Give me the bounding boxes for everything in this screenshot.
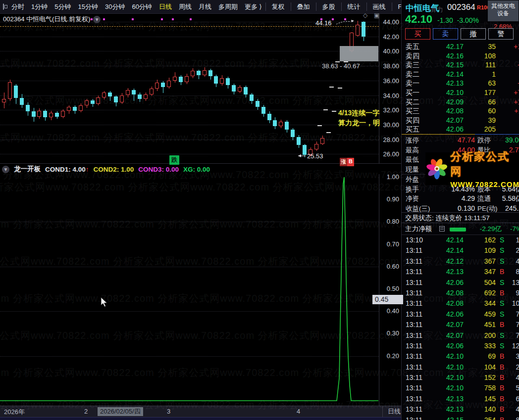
main-chart-pane[interactable]: 44.16 38.63 - 40.67 4/13连续一字 算力龙一，明 25.5… <box>0 13 379 163</box>
candle <box>185 76 189 82</box>
logo-url: WWW.70822.COM <box>450 180 519 188</box>
tick-price: 42.06 <box>429 341 464 351</box>
order-book-row[interactable]: 卖一42.1363+2 <box>402 79 519 88</box>
order-book-row[interactable]: 买三42.0860+11 <box>402 106 519 116</box>
tick-row[interactable]: 13:1142.06333S129 <box>402 341 519 351</box>
order-book-row[interactable]: 卖三42.15111+1 <box>402 60 519 70</box>
menu-item-5分钟[interactable]: 5分钟 <box>51 2 74 11</box>
tick-count: 129 <box>512 341 519 351</box>
menu-item-画线[interactable]: 画线 <box>366 2 392 11</box>
tick-price: 42.13 <box>429 394 464 404</box>
tick-volume: 254 <box>468 415 496 420</box>
period-label[interactable]: 日线 <box>382 406 401 417</box>
tick-row[interactable]: 13:1142.07451B73 <box>402 320 519 330</box>
trade-button-撤[interactable]: 撤 <box>461 28 486 40</box>
panel-toggle-icon[interactable]: ▣ <box>374 12 379 19</box>
gap-range-box <box>340 46 378 61</box>
axis-label: 32.00 <box>383 106 399 114</box>
candle <box>55 113 59 116</box>
tick-volume: 451 <box>468 320 496 330</box>
menu-item-多周期[interactable]: 多周期 <box>215 2 241 11</box>
menu-item-日线[interactable]: 日线 <box>156 2 175 11</box>
menu-item-多股[interactable]: 多股 <box>316 2 341 11</box>
tick-volume: 758 <box>468 383 496 393</box>
indicator-pane[interactable]: 2.com 分析家公式网www.70822.com 分析家公式网www.7082… <box>0 174 379 406</box>
tick-row[interactable]: 13:1142.14109S24 <box>402 245 519 256</box>
menu-item-复权[interactable]: 复权 <box>265 2 291 11</box>
menu-item-60分钟[interactable]: 60分钟 <box>128 2 155 11</box>
candle <box>356 25 360 36</box>
trade-button-警[interactable]: 警 <box>488 28 514 40</box>
order-book-row[interactable]: 买五42.06205 <box>402 125 519 134</box>
candle <box>362 22 365 37</box>
order-book-row[interactable]: 买四42.0739 <box>402 116 519 125</box>
menu-item-月线[interactable]: 月线 <box>195 2 215 11</box>
tick-count: 43 <box>516 373 519 383</box>
tick-row[interactable]: 13:1142.12367S47 <box>402 256 519 267</box>
signal-dot <box>190 18 192 20</box>
ob-label: 卖二 <box>406 70 419 79</box>
menu-item-更多 ⟩[interactable]: 更多 ⟩ <box>241 2 265 11</box>
menu-item-周线[interactable]: 周线 <box>175 2 195 11</box>
scroll-strip[interactable] <box>0 417 401 420</box>
order-book-row[interactable]: 卖二42.141 <box>402 70 519 79</box>
chevron-down-icon[interactable]: ▼ <box>2 166 9 173</box>
tick-row[interactable]: 13:1142.06504S132 <box>402 278 519 288</box>
tick-row[interactable]: 13:1142.13347B81 <box>402 267 519 277</box>
site-logo: 分析家公式网 WWW.70822.COM <box>425 152 519 185</box>
tick-count: 15 <box>516 235 519 245</box>
indicator-header: ▼ 龙一开板 COND1: 4.00↑ COND2: 1.00 COND3: 0… <box>2 165 210 174</box>
tick-volume: 200 <box>468 330 496 341</box>
tick-row[interactable]: 13:1142.06459S70 <box>402 309 519 320</box>
tick-row[interactable]: 13:1142.10152B43 <box>402 373 519 383</box>
tick-row[interactable]: 13:1142.10104B29 <box>402 362 519 373</box>
tick-row[interactable]: 13:1142.08692B90 <box>402 288 519 298</box>
tick-time: 13:11 <box>406 362 422 373</box>
ob-label: 卖五 <box>406 42 419 51</box>
axis-label: 34.00 <box>383 92 399 99</box>
menu-item-叠加[interactable]: 叠加 <box>291 2 316 11</box>
order-book-row[interactable]: 买一42.10177+71 <box>402 88 519 97</box>
menu-item-1分钟[interactable]: 1分钟 <box>28 2 51 11</box>
crosshair-value-box: 0.45 <box>372 295 403 304</box>
tick-volume: 367 <box>468 256 496 267</box>
chart-title: 002364 中恒电气(日线.前复权) <box>3 15 90 24</box>
candle <box>150 89 154 94</box>
ob-volume: 35 <box>466 42 496 51</box>
tick-row[interactable]: 13:1142.1069B36 <box>402 351 519 362</box>
axis-label: 38.00 <box>383 62 399 70</box>
tick-count: 36 <box>516 351 519 362</box>
gridline <box>0 37 379 37</box>
menu-item-15分钟[interactable]: 15分钟 <box>74 2 101 11</box>
menu-item-30分钟[interactable]: 30分钟 <box>102 2 128 11</box>
indicator-line <box>0 174 379 406</box>
menu-item-分时[interactable]: 分时 <box>8 2 28 11</box>
chevron-down-icon[interactable]: ▼ <box>93 16 101 23</box>
trade-button-卖[interactable]: 卖 <box>433 28 458 40</box>
industry-box[interactable]: 其他发电 设备 <box>488 0 519 21</box>
tick-row[interactable]: 13:1042.14162S15 <box>402 235 519 245</box>
tick-row[interactable]: 13:1142.10758B57 <box>402 383 519 393</box>
tick-row[interactable]: 13:1142.13145B68 <box>402 394 519 404</box>
tick-row[interactable]: 13:1142.08344S101 <box>402 298 519 309</box>
menu-item-统计[interactable]: 统计 <box>341 2 366 11</box>
stat-value: 47.74 <box>425 136 475 145</box>
tick-row[interactable]: 13:1142.13140B47 <box>402 404 519 415</box>
axis-label: 0.90 <box>387 195 399 203</box>
ob-delta: +11 <box>514 106 519 116</box>
tick-row[interactable]: 13:1142.07200S77 <box>402 330 519 341</box>
diamond-icon[interactable]: ◇ <box>363 12 367 19</box>
candle <box>297 137 301 145</box>
list-icon[interactable] <box>439 226 445 232</box>
candle <box>267 114 271 120</box>
axis-label: 0.40 <box>387 307 399 315</box>
window-icon[interactable] <box>3 3 4 10</box>
stat-label: 最低 <box>406 155 419 165</box>
trade-button-买[interactable]: 买 <box>405 28 430 40</box>
tick-row[interactable]: 13:1142.15254B89 <box>402 415 519 420</box>
order-book-row[interactable]: 买二42.0966+10 <box>402 97 519 107</box>
tick-time: 13:11 <box>406 404 422 415</box>
order-book-row[interactable]: 卖五42.1735+15 <box>402 42 519 51</box>
order-book-row[interactable]: 卖四42.16108 <box>402 51 519 61</box>
tick-count: 29 <box>516 362 519 373</box>
